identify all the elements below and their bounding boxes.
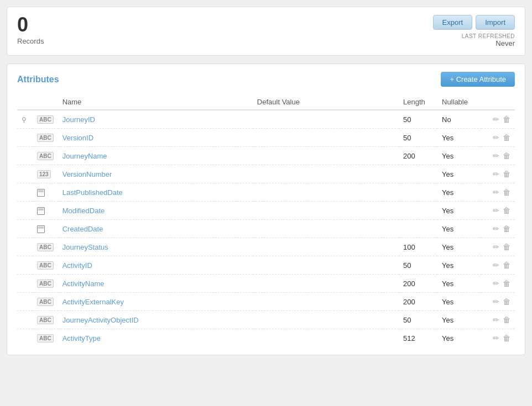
- type-badge: ABC: [37, 334, 54, 342]
- edit-icon[interactable]: ✏: [493, 133, 499, 142]
- type-badge: 123: [37, 170, 51, 178]
- type-cell: 123: [33, 165, 58, 183]
- delete-icon[interactable]: 🗑: [503, 315, 510, 324]
- type-badge: ABC: [37, 152, 54, 160]
- actions-cell: ✏ 🗑: [482, 165, 515, 183]
- pin-cell: [17, 256, 33, 275]
- name-cell: JourneyActivityObjectID: [58, 311, 253, 329]
- table-row: ABCJourneyActivityObjectID50Yes ✏ 🗑: [17, 311, 515, 329]
- edit-icon[interactable]: ✏: [493, 224, 499, 233]
- pin-cell: [17, 329, 33, 347]
- delete-icon[interactable]: 🗑: [503, 242, 510, 251]
- type-cell: ABC: [33, 147, 58, 165]
- length-cell: 200: [399, 293, 437, 311]
- name-cell: VersionID: [58, 129, 253, 147]
- type-badge: ABC: [37, 316, 54, 324]
- field-name: ModifiedDate: [62, 207, 105, 215]
- type-badge: ABC: [37, 115, 54, 124]
- type-badge: ABC: [37, 261, 54, 270]
- field-name: VersionNumber: [62, 170, 112, 178]
- field-name: JourneyID: [62, 115, 95, 124]
- table-row: ModifiedDateYes ✏ 🗑: [17, 202, 515, 220]
- delete-icon[interactable]: 🗑: [503, 279, 510, 288]
- delete-icon[interactable]: 🗑: [503, 133, 510, 142]
- name-cell: ModifiedDate: [58, 202, 253, 220]
- length-cell: [399, 165, 437, 183]
- delete-icon[interactable]: 🗑: [503, 170, 510, 178]
- type-cell: ABC: [33, 293, 58, 311]
- length-cell: 100: [399, 238, 437, 256]
- attributes-card: Attributes + Create Attribute Name Defau…: [7, 64, 525, 355]
- name-cell: ActivityExternalKey: [58, 293, 253, 311]
- edit-icon[interactable]: ✏: [493, 334, 499, 342]
- default-value-cell: [253, 275, 399, 293]
- col-header-actions: [482, 94, 515, 110]
- delete-icon[interactable]: 🗑: [503, 115, 510, 124]
- default-value-cell: [253, 329, 399, 347]
- type-cell: [33, 220, 58, 238]
- default-value-cell: [253, 165, 399, 183]
- length-cell: 512: [399, 329, 437, 347]
- delete-icon[interactable]: 🗑: [503, 151, 510, 160]
- edit-icon[interactable]: ✏: [493, 151, 499, 160]
- table-row: ABCActivityName200Yes ✏ 🗑: [17, 275, 515, 293]
- edit-icon[interactable]: ✏: [493, 188, 499, 197]
- actions-cell: ✏ 🗑: [482, 238, 515, 256]
- nullable-cell: Yes: [437, 165, 482, 183]
- actions-cell: ✏ 🗑: [482, 129, 515, 147]
- edit-icon[interactable]: ✏: [493, 315, 499, 324]
- pin-cell: [17, 293, 33, 311]
- actions-cell: ✏ 🗑: [482, 110, 515, 129]
- delete-icon[interactable]: 🗑: [503, 297, 510, 306]
- delete-icon[interactable]: 🗑: [503, 206, 510, 215]
- field-name: JourneyStatus: [62, 243, 108, 251]
- pin-cell: [17, 147, 33, 165]
- import-button[interactable]: Import: [476, 15, 515, 30]
- pin-cell: [17, 238, 33, 256]
- edit-icon[interactable]: ✏: [493, 206, 499, 215]
- nullable-cell: Yes: [437, 293, 482, 311]
- delete-icon[interactable]: 🗑: [503, 261, 510, 270]
- type-cell: ABC: [33, 110, 58, 129]
- top-card: 0 Records Export Import LAST REFRESHED N…: [7, 7, 525, 56]
- edit-icon[interactable]: ✏: [493, 297, 499, 306]
- delete-icon[interactable]: 🗑: [503, 224, 510, 233]
- records-summary: 0 Records: [17, 15, 44, 45]
- date-type-icon: [37, 207, 45, 215]
- name-cell: ActivityName: [58, 275, 253, 293]
- table-row: ABCActivityID50Yes ✏ 🗑: [17, 256, 515, 275]
- export-button[interactable]: Export: [433, 15, 473, 30]
- col-header-default: Default Value: [253, 94, 399, 110]
- default-value-cell: [253, 110, 399, 129]
- top-buttons: Export Import: [433, 15, 515, 30]
- pin-cell: [17, 165, 33, 183]
- edit-icon[interactable]: ✏: [493, 242, 499, 251]
- edit-icon[interactable]: ✏: [493, 170, 499, 178]
- nullable-cell: Yes: [437, 311, 482, 329]
- create-attribute-button[interactable]: + Create Attribute: [441, 72, 515, 87]
- date-type-icon: [37, 189, 45, 197]
- default-value-cell: [253, 183, 399, 202]
- edit-icon[interactable]: ✏: [493, 115, 499, 124]
- type-badge: ABC: [37, 280, 54, 288]
- top-right-section: Export Import LAST REFRESHED Never: [433, 15, 515, 48]
- col-header-type: [33, 94, 58, 110]
- nullable-cell: Yes: [437, 238, 482, 256]
- actions-cell: ✏ 🗑: [482, 329, 515, 347]
- edit-icon[interactable]: ✏: [493, 279, 499, 288]
- default-value-cell: [253, 238, 399, 256]
- records-count-number: 0: [17, 15, 44, 35]
- default-value-cell: [253, 311, 399, 329]
- length-cell: 200: [399, 147, 437, 165]
- delete-icon[interactable]: 🗑: [503, 188, 510, 197]
- length-cell: [399, 202, 437, 220]
- edit-icon[interactable]: ✏: [493, 261, 499, 270]
- length-cell: 50: [399, 129, 437, 147]
- default-value-cell: [253, 202, 399, 220]
- date-type-icon: [37, 225, 45, 233]
- length-cell: 200: [399, 275, 437, 293]
- table-row: ABCActivityExternalKey200Yes ✏ 🗑: [17, 293, 515, 311]
- field-name: LastPublishedDate: [62, 188, 123, 197]
- length-cell: 50: [399, 256, 437, 275]
- delete-icon[interactable]: 🗑: [503, 334, 510, 342]
